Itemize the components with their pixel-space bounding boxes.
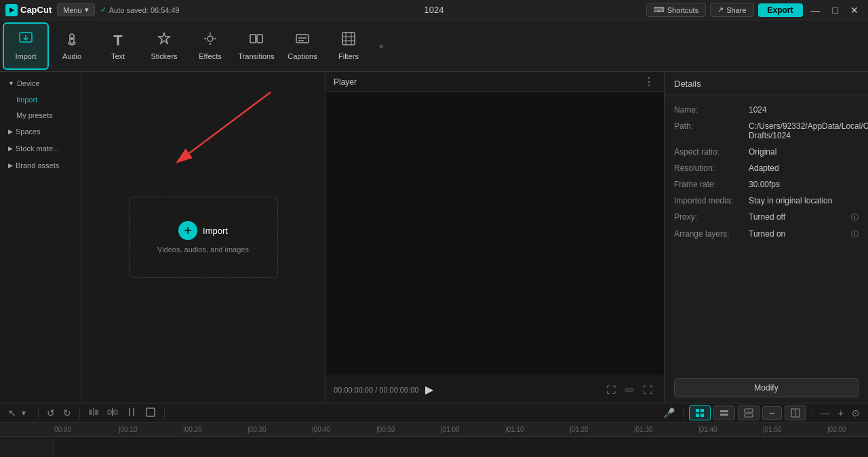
split-button[interactable]: [85, 405, 102, 421]
ruler-mark: |01:00: [441, 426, 505, 433]
detail-key: Name:: [674, 105, 749, 115]
cursor-dropdown[interactable]: ▾: [22, 408, 33, 418]
tool-transitions[interactable]: Transitions: [233, 22, 279, 70]
tool-captions[interactable]: Captions: [279, 22, 326, 70]
menu-label: Menu: [63, 6, 82, 14]
ruler-mark: |01:50: [763, 426, 827, 433]
text-label: Text: [111, 52, 125, 60]
info-icon[interactable]: ⓘ: [851, 229, 859, 239]
shortcuts-button[interactable]: ⌨ Shortcuts: [646, 3, 706, 17]
tl-icon-2[interactable]: [713, 405, 735, 420]
tool-import[interactable]: Import: [3, 22, 49, 70]
separator1: [38, 408, 39, 418]
separator2: [79, 408, 80, 418]
detail-row: Resolution: Adapted: [665, 160, 868, 176]
main-content: ▼ Device Import My presets ▶ Spaces ▶ St…: [0, 72, 868, 403]
close-button[interactable]: ✕: [846, 5, 863, 16]
ruler-mark: |00:40: [312, 426, 376, 433]
sidebar-item-mypresets[interactable]: My presets: [3, 108, 78, 123]
detail-row: Name: 1024: [665, 102, 868, 118]
zoom-out-button[interactable]: —: [818, 406, 833, 420]
ruler-mark: |00:50: [376, 426, 441, 433]
tl-icon-1[interactable]: [689, 405, 711, 420]
tool-text[interactable]: T Text: [95, 22, 141, 70]
info-icon[interactable]: ⓘ: [851, 212, 859, 222]
tl-icon-3[interactable]: [738, 405, 760, 420]
tool-audio[interactable]: Audio: [49, 22, 95, 70]
tl-icon-5[interactable]: [785, 405, 806, 420]
export-button[interactable]: Export: [758, 3, 803, 17]
chevron-down-icon: ▼: [8, 80, 14, 87]
content-area: + Import Videos, audios, and images: [81, 72, 325, 403]
sidebar-section-brandassets[interactable]: ▶ Brand assets: [3, 157, 78, 174]
more-tools-button[interactable]: »: [372, 22, 391, 70]
transitions-icon: [249, 31, 264, 49]
import-box-label: Import: [203, 226, 228, 236]
crop-button[interactable]: [142, 405, 159, 421]
svg-rect-38: [745, 414, 753, 417]
audio-label: Audio: [62, 52, 81, 60]
player-menu-icon[interactable]: ⋮: [644, 75, 656, 88]
filters-icon: [341, 31, 356, 49]
split2-button[interactable]: [104, 405, 121, 421]
svg-point-3: [71, 37, 73, 40]
menu-arrow: ▾: [85, 5, 89, 14]
detail-key: Arrange layers:: [674, 229, 749, 239]
expand-icon[interactable]: ⛶: [639, 382, 656, 398]
fullscreen-icon[interactable]: ⛶: [603, 382, 619, 398]
detail-row: Imported media: Stay in original locatio…: [665, 193, 868, 209]
tool-effects[interactable]: Effects: [187, 22, 233, 70]
sidebar-section-device[interactable]: ▼ Device: [3, 75, 78, 92]
separator4: [683, 408, 684, 418]
maximize-button[interactable]: □: [829, 5, 842, 16]
resolution-box[interactable]: [625, 388, 634, 392]
svg-rect-32: [701, 409, 704, 412]
audio-icon: [64, 31, 79, 49]
cursor-button[interactable]: ↖: [5, 406, 19, 420]
tool-filters[interactable]: Filters: [326, 22, 372, 70]
minimize-button[interactable]: —: [807, 5, 825, 16]
svg-rect-34: [701, 414, 704, 417]
split3-button[interactable]: [123, 405, 140, 421]
sidebar: ▼ Device Import My presets ▶ Spaces ▶ St…: [0, 72, 81, 403]
zoom-in-button[interactable]: +: [835, 406, 846, 420]
timeline: 00:00|00:10|00:20|00:30|00:40|00:50|01:0…: [0, 423, 868, 457]
mic-button[interactable]: 🎤: [661, 405, 677, 421]
timeline-tracks: Drag material here and start to create: [0, 437, 868, 457]
redo-button[interactable]: ↻: [60, 406, 74, 420]
stickers-label: Stickers: [151, 52, 177, 60]
svg-rect-10: [250, 35, 256, 43]
captions-icon: [295, 31, 310, 49]
effects-label: Effects: [199, 52, 221, 60]
svg-rect-36: [720, 414, 728, 416]
player-view: [326, 92, 664, 376]
details-title: Details: [674, 79, 701, 89]
modify-button[interactable]: Modify: [674, 378, 859, 397]
detail-value: Original: [749, 147, 859, 157]
play-button[interactable]: ▶: [425, 383, 433, 396]
separator3: [164, 408, 165, 418]
sidebar-item-import[interactable]: Import: [3, 92, 78, 107]
logo-text: CapCut: [20, 5, 52, 15]
fit-button[interactable]: ⊙: [849, 406, 863, 420]
share-button[interactable]: ↗ Share: [710, 3, 753, 17]
detail-row: Proxy: Turned off ⓘ: [665, 209, 868, 226]
details-panel: Details Name: 1024 Path: C:/Users/92332/…: [665, 72, 868, 403]
detail-row: Arrange layers: Turned on ⓘ: [665, 226, 868, 243]
undo-button[interactable]: ↺: [44, 406, 58, 420]
menu-button[interactable]: Menu ▾: [57, 3, 95, 16]
svg-marker-0: [9, 7, 14, 13]
tl-icon-4[interactable]: ↔: [762, 406, 782, 420]
detail-key: Proxy:: [674, 212, 749, 222]
ruler-mark: |01:20: [570, 426, 634, 433]
import-box[interactable]: + Import Videos, audios, and images: [129, 197, 278, 278]
sidebar-section-spaces[interactable]: ▶ Spaces: [3, 123, 78, 140]
text-icon: T: [113, 32, 122, 49]
timecode: 00:00:00:00 / 00:00:00:00: [334, 386, 418, 394]
svg-rect-11: [257, 35, 262, 43]
sidebar-section-stockmate[interactable]: ▶ Stock mate...: [3, 140, 78, 157]
svg-rect-16: [342, 33, 355, 45]
detail-value: C:/Users/92332/AppData/Local/CapCut Draf…: [749, 121, 868, 140]
tool-stickers[interactable]: Stickers: [141, 22, 187, 70]
svg-rect-35: [720, 410, 728, 412]
